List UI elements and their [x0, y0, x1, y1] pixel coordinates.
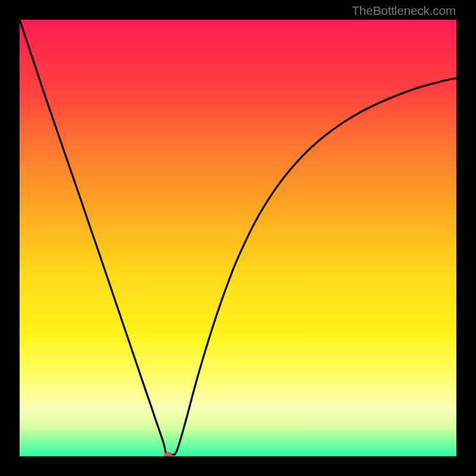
bottleneck-chart: TheBottleneck.com — [0, 0, 476, 476]
chart-plot-area — [20, 20, 456, 456]
watermark-text: TheBottleneck.com — [352, 4, 456, 18]
bottleneck-curve — [20, 20, 456, 456]
